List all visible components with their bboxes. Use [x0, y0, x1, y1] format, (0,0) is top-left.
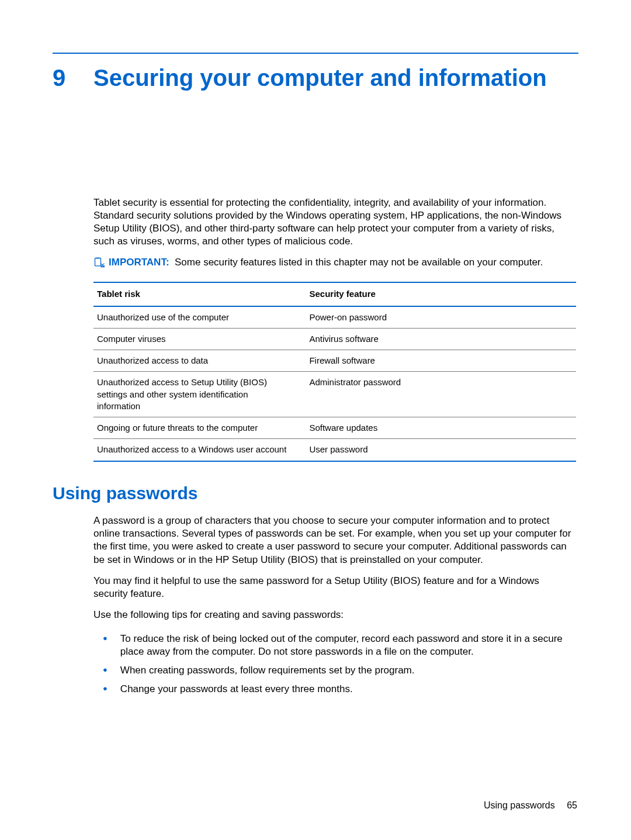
- tip-text: To reduce the risk of being locked out o…: [120, 632, 576, 658]
- chapter-divider: [53, 53, 578, 54]
- pw-paragraph-3: Use the following tips for creating and …: [93, 609, 576, 621]
- svg-rect-0: [95, 258, 101, 266]
- table-cell: Computer viruses: [93, 328, 306, 350]
- tip-text: Change your passwords at least every thr…: [120, 683, 353, 696]
- chapter-title: Securing your computer and information: [93, 64, 547, 91]
- table-cell: Firewall software: [306, 350, 576, 372]
- important-label: IMPORTANT:: [109, 257, 169, 268]
- risk-table: Tablet risk Security feature Unauthorize…: [93, 282, 576, 461]
- table-cell: Unauthorized access to Setup Utility (BI…: [93, 372, 306, 417]
- footer-page-number: 65: [567, 799, 577, 812]
- table-cell: User password: [306, 439, 576, 461]
- bullet-icon: ●: [103, 683, 108, 696]
- important-text: IMPORTANT: Some security features listed…: [109, 256, 543, 269]
- table-row: Unauthorized access to data Firewall sof…: [93, 350, 576, 372]
- table-row: Ongoing or future threats to the compute…: [93, 417, 576, 439]
- tips-list: ● To reduce the risk of being locked out…: [93, 630, 576, 699]
- page-footer: Using passwords 65: [484, 799, 577, 812]
- table-cell: Administrator password: [306, 372, 576, 417]
- chapter-heading: 9 Securing your computer and information: [53, 64, 578, 91]
- section-heading-passwords: Using passwords: [53, 482, 578, 506]
- table-cell: Unauthorized use of the computer: [93, 306, 306, 329]
- tip-text: When creating passwords, follow requirem…: [120, 664, 415, 677]
- table-cell: Ongoing or future threats to the compute…: [93, 417, 306, 439]
- table-cell: Unauthorized access to data: [93, 350, 306, 372]
- chapter-number: 9: [53, 65, 76, 90]
- table-header-feature: Security feature: [306, 282, 576, 306]
- table-row: Computer viruses Antivirus software: [93, 328, 576, 350]
- important-body: Some security features listed in this ch…: [175, 257, 543, 268]
- table-cell: Unauthorized access to a Windows user ac…: [93, 439, 306, 461]
- table-header-row: Tablet risk Security feature: [93, 282, 576, 306]
- svg-rect-1: [96, 258, 99, 259]
- footer-section: Using passwords: [484, 800, 555, 810]
- document-page: 9 Securing your computer and information…: [0, 0, 631, 840]
- table-cell: Power-on password: [306, 306, 576, 329]
- list-item: ● When creating passwords, follow requir…: [93, 661, 576, 680]
- table-row: Unauthorized access to a Windows user ac…: [93, 439, 576, 461]
- table-row: Unauthorized use of the computer Power-o…: [93, 306, 576, 329]
- table-row: Unauthorized access to Setup Utility (BI…: [93, 372, 576, 417]
- important-note: IMPORTANT: Some security features listed…: [93, 256, 576, 269]
- important-icon: [93, 257, 105, 268]
- bullet-icon: ●: [103, 632, 108, 658]
- pw-paragraph-1: A password is a group of characters that…: [93, 514, 576, 566]
- table-cell: Software updates: [306, 417, 576, 439]
- list-item: ● To reduce the risk of being locked out…: [93, 630, 576, 661]
- bullet-icon: ●: [103, 664, 108, 677]
- table-cell: Antivirus software: [306, 328, 576, 350]
- list-item: ● Change your passwords at least every t…: [93, 680, 576, 699]
- table-header-risk: Tablet risk: [93, 282, 306, 306]
- intro-paragraph: Tablet security is essential for protect…: [93, 196, 576, 248]
- pw-paragraph-2: You may find it helpful to use the same …: [93, 575, 576, 600]
